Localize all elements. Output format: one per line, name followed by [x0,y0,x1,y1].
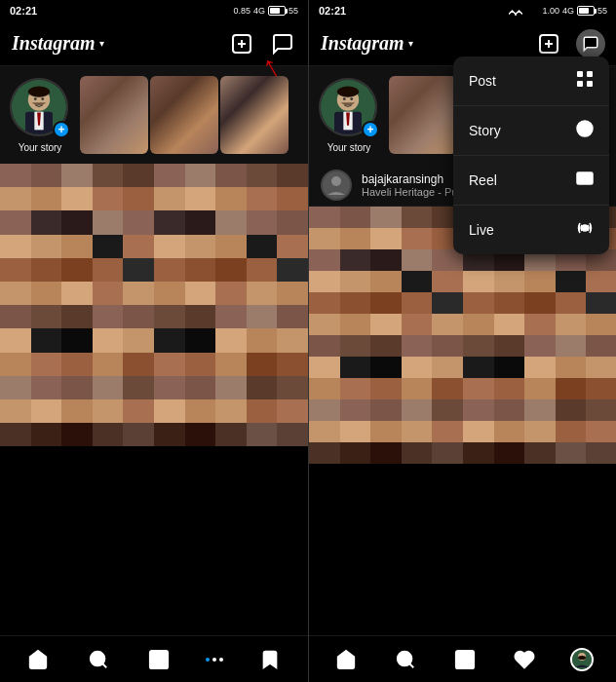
mosaic-cell [185,376,216,399]
mosaic-cell [586,399,616,421]
mosaic-cell [524,442,556,464]
mosaic-cell [154,423,185,446]
mosaic-cell [185,328,216,352]
mosaic-cell [31,210,62,234]
left-screen: 02:21 0.85 4G 55 Instagram ▾ [0,0,308,682]
mosaic-cell [309,421,340,442]
dropdown-item-reel[interactable]: Reel [453,156,609,206]
mosaic-cell [93,210,124,234]
mosaic-cell [340,207,371,228]
add-story-btn[interactable]: + [53,121,70,138]
mosaic-cell [524,335,556,357]
mosaic-cell [215,399,247,423]
mosaic-cell [215,282,247,305]
messages-button-right[interactable] [576,29,605,58]
logo-area-right[interactable]: Instagram ▾ [321,32,413,55]
mosaic-cell [556,292,587,314]
svg-point-54 [582,225,588,231]
svg-rect-3 [227,6,229,16]
nav-reel-left[interactable] [145,646,173,673]
dropdown-item-story[interactable]: Story [453,106,609,156]
mosaic-cell [309,228,340,249]
mosaic-cell [432,271,463,292]
mosaic-cell [494,378,525,399]
mosaic-cell [556,271,587,292]
add-post-button-left[interactable] [228,30,255,57]
nav-dot-2 [212,658,216,662]
mosaic-cell [524,271,556,292]
status-bar-left: 02:21 0.85 4G 55 [0,0,308,21]
mosaic-cell [123,235,154,258]
nav-home-left[interactable] [24,646,52,673]
mosaic-cell [0,258,31,282]
add-story-btn-right[interactable]: + [362,121,379,138]
mosaic-cell [93,235,124,258]
network-right: 4G [562,6,574,16]
mosaic-cell [154,353,185,376]
mosaic-cell [340,399,371,421]
nav-profile-right[interactable] [570,648,594,671]
mosaic-cell [93,164,124,187]
battery-level-right: 55 [597,6,607,16]
svg-rect-43 [577,71,583,77]
mosaic-cell [61,353,93,376]
mosaic-cell [61,235,93,258]
messages-button-left[interactable] [269,30,296,57]
mosaic-cell [277,423,308,446]
your-story-item-left[interactable]: + Your story [10,78,70,153]
mosaic-cell [463,421,494,442]
your-story-item-right[interactable]: + Your story [319,78,379,153]
nav-home-right[interactable] [332,646,360,673]
mosaic-cell [154,164,185,187]
svg-rect-29 [536,6,538,16]
feed-area-left [0,164,308,635]
nav-search-left[interactable] [85,646,112,673]
mosaic-cell [247,353,278,376]
mosaic-cell [277,235,308,258]
mosaic-cell [402,421,433,442]
mosaic-cell [61,282,93,305]
reel-film-icon [576,170,594,191]
network-left: 4G [253,6,265,16]
svg-rect-27 [530,10,532,16]
logo-area-left[interactable]: Instagram ▾ [12,32,104,55]
app-logo-right: Instagram [321,32,404,55]
mosaic-cell [309,271,340,292]
mosaic-cell [31,423,62,446]
feed-mosaic-left [0,164,308,635]
mosaic-cell [432,399,463,421]
mosaic-cell [215,210,247,234]
mosaic-cell [154,258,185,282]
mosaic-cell [340,292,371,314]
nav-bookmark-left[interactable] [256,646,284,673]
mosaic-cell [586,421,616,442]
nav-heart-right[interactable] [511,646,538,673]
mosaic-cell [432,421,463,442]
story-plus-icon [576,120,594,141]
mosaic-cell [215,328,247,352]
mosaic-cell [154,328,185,352]
mosaic-cell [494,292,525,314]
dropdown-post-label: Post [469,73,496,89]
status-icons-left: 0.85 4G 55 [218,6,298,16]
mosaic-cell [154,235,185,258]
dropdown-item-live[interactable]: Live [453,206,609,254]
mosaic-cell [185,305,216,328]
svg-point-39 [343,97,346,100]
nav-reel-right[interactable] [451,646,479,673]
dropdown-item-post[interactable]: Post [453,57,609,106]
mosaic-cell [0,353,31,376]
nav-search-right[interactable] [392,646,419,673]
status-time-right: 02:21 [319,5,346,17]
mosaic-cell [463,271,494,292]
mosaic-cell [494,421,525,442]
mosaic-cell [61,210,93,234]
create-dropdown-menu[interactable]: Post Story Reel [453,57,609,254]
mosaic-cell [402,335,433,357]
add-post-button-right[interactable] [535,30,562,57]
mosaic-cell [61,376,93,399]
mosaic-cell [123,258,154,282]
mosaic-cell [123,376,154,399]
mosaic-cell [61,258,93,282]
notification-avatar [321,170,352,201]
